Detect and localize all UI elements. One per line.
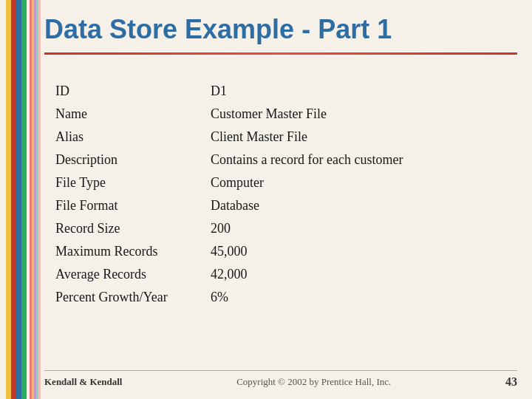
- data-table: IDD1NameCustomer Master FileAliasClient …: [55, 81, 510, 307]
- svg-rect-7: [32, 0, 34, 399]
- slide: Data Store Example - Part 1 IDD1NameCust…: [0, 0, 532, 399]
- field-label: File Type: [55, 173, 211, 193]
- table-row: Record Size200: [55, 219, 510, 239]
- field-value: Contains a record for each customer: [211, 150, 510, 170]
- field-value: D1: [211, 81, 510, 101]
- svg-rect-10: [38, 0, 41, 399]
- footer-left: Kendall & Kendall: [44, 376, 122, 388]
- field-value: 45,000: [211, 242, 510, 262]
- field-value: Computer: [211, 173, 510, 193]
- svg-rect-3: [16, 0, 21, 399]
- field-label: Percent Growth/Year: [55, 287, 211, 307]
- footer-center: Copyright © 2002 by Prentice Hall, Inc.: [122, 376, 505, 388]
- svg-rect-9: [36, 0, 38, 399]
- table-row: File FormatDatabase: [55, 196, 510, 216]
- table-row: IDD1: [55, 81, 510, 101]
- footer: Kendall & Kendall Copyright © 2002 by Pr…: [44, 370, 517, 389]
- field-label: Name: [55, 104, 211, 124]
- table-row: DescriptionContains a record for each cu…: [55, 150, 510, 170]
- field-label: Average Records: [55, 265, 211, 284]
- svg-rect-4: [21, 0, 27, 399]
- field-value: Customer Master File: [211, 104, 510, 124]
- title-underline: [44, 52, 517, 55]
- field-label: Alias: [55, 127, 211, 147]
- field-label: Record Size: [55, 219, 211, 239]
- title-section: Data Store Example - Part 1: [44, 13, 517, 68]
- field-label: Maximum Records: [55, 242, 211, 262]
- footer-right: 43: [505, 375, 517, 389]
- field-value: 6%: [211, 287, 510, 307]
- svg-rect-5: [27, 0, 30, 399]
- svg-rect-2: [11, 0, 16, 399]
- slide-title: Data Store Example - Part 1: [44, 13, 517, 45]
- content-area: IDD1NameCustomer Master FileAliasClient …: [55, 81, 510, 310]
- table-row: AliasClient Master File: [55, 127, 510, 147]
- svg-rect-1: [6, 0, 11, 399]
- table-row: Maximum Records45,000: [55, 242, 510, 262]
- table-row: Average Records42,000: [55, 265, 510, 284]
- svg-rect-8: [34, 0, 36, 399]
- field-label: File Format: [55, 196, 211, 216]
- field-label: ID: [55, 81, 211, 101]
- table-row: File TypeComputer: [55, 173, 510, 193]
- field-value: Database: [211, 196, 510, 216]
- table-row: NameCustomer Master File: [55, 104, 510, 124]
- left-decoration: [0, 0, 41, 399]
- svg-rect-6: [30, 0, 32, 399]
- field-value: 42,000: [211, 265, 510, 284]
- field-value: Client Master File: [211, 127, 510, 147]
- table-row: Percent Growth/Year6%: [55, 287, 510, 307]
- field-value: 200: [211, 219, 510, 239]
- field-label: Description: [55, 150, 211, 170]
- svg-rect-0: [0, 0, 6, 399]
